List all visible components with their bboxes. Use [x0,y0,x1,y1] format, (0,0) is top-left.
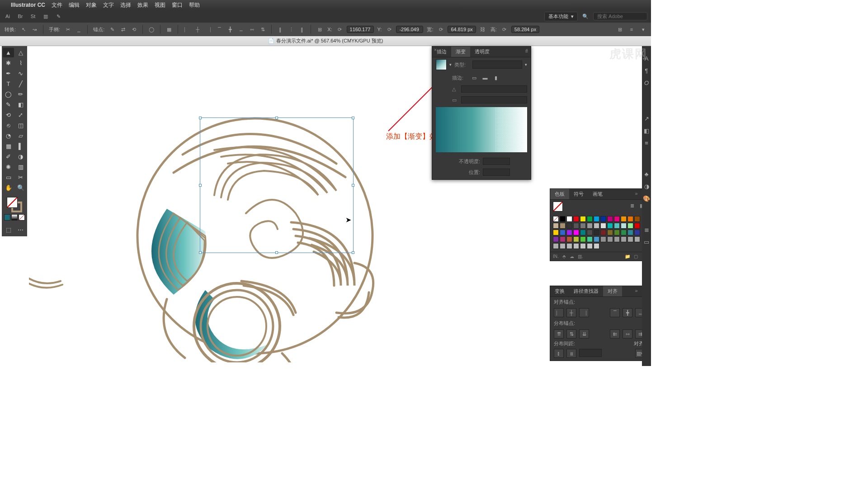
w-field[interactable]: 64.819 px [448,26,476,33]
swatch[interactable] [621,236,627,242]
dock-artboard-icon[interactable]: ▭ [644,239,649,245]
vdist2-icon[interactable]: ⋮ [287,25,295,33]
y-field[interactable]: -296.049 [396,26,423,33]
dock-library-icon[interactable]: ≡ [645,140,648,146]
tab-brushes[interactable]: 画笔 [588,189,607,199]
h-link-icon[interactable]: ⟳ [500,25,509,33]
y-link-icon[interactable]: ⟳ [385,25,393,33]
align-hcenter-icon[interactable]: ┼ [193,25,202,33]
menu-file[interactable]: 文件 [52,1,62,9]
hand-tool[interactable]: ✋ [3,183,14,192]
zoom-tool[interactable]: 🔍 [15,183,26,192]
tab-swatches[interactable]: 色板 [550,189,569,199]
list-view-icon[interactable]: ≣ [628,202,636,210]
convert-smooth-icon[interactable]: ↝ [30,25,38,33]
stroke-mode-2-icon[interactable]: ▬ [481,74,489,82]
align-vcenter-btn[interactable]: ╋ [623,308,632,317]
swatch[interactable] [560,223,566,229]
swatch[interactable] [566,223,572,229]
swatch[interactable] [566,230,572,235]
swatch[interactable] [560,236,566,242]
mesh-tool[interactable]: ▦ [3,141,14,151]
search-input[interactable] [593,12,647,20]
type-tool[interactable]: T [3,79,14,89]
align-right-btn[interactable]: ⎹ [579,308,589,317]
more-options-icon[interactable]: ≡ [627,25,636,33]
vdist1-icon[interactable]: ‖ [276,25,284,33]
search-icon[interactable]: 🔍 [581,12,590,20]
dist-v-icon[interactable]: ⇅ [259,25,267,33]
position-field[interactable] [483,169,510,176]
w-link-icon[interactable]: ⟳ [437,25,445,33]
aspect-field[interactable] [461,96,527,103]
tab-symbols[interactable]: 符号 [569,189,588,199]
artboard-tool[interactable]: ▭ [3,173,14,182]
dock-layers-icon[interactable]: ≣ [644,226,649,233]
swatch[interactable] [566,243,572,249]
align-hcenter-btn[interactable]: ┼ [566,308,576,317]
dist-h-space-btn[interactable]: ⫼ [566,349,576,358]
eyedropper-tool[interactable]: ✐ [3,152,14,161]
slice-tool[interactable]: ✂ [15,173,26,182]
line-tool[interactable]: ╱ [15,79,26,89]
lasso-tool[interactable]: ⌇ [15,58,26,68]
direct-selection-tool[interactable]: △ [15,48,26,57]
align-top-btn[interactable]: ⎺ [610,308,620,317]
swatch[interactable] [621,223,627,229]
swatch[interactable] [607,236,613,242]
selection-bbox[interactable] [200,117,354,253]
align-left-icon[interactable]: ⎸ [183,25,191,33]
swatch[interactable] [573,223,579,229]
swatch[interactable] [573,236,579,242]
swatch[interactable] [580,243,586,249]
convert-point-icon[interactable]: ↖ [19,25,28,33]
menu-view[interactable]: 视图 [155,1,165,9]
menu-select[interactable]: 选择 [120,1,131,9]
swatch-options-icon[interactable]: ☁ [570,254,574,259]
curvature-tool[interactable]: ∿ [15,69,26,78]
swatch[interactable] [607,230,613,235]
anchor-cut-icon[interactable]: ⟲ [130,25,138,33]
swatch[interactable] [594,230,599,235]
swatch[interactable] [594,216,599,222]
align-top-icon[interactable]: ⎺ [215,25,223,33]
swatch[interactable] [587,243,593,249]
swatch[interactable] [553,216,559,222]
dock-asset-icon[interactable]: ◧ [644,127,649,134]
isolate-icon[interactable]: ◯ [147,25,156,33]
swatch[interactable] [594,223,599,229]
menu-help[interactable]: 帮助 [189,1,200,9]
dock-color-icon[interactable]: ◑ [644,183,649,190]
dock-export-icon[interactable]: ↗ [644,115,649,122]
anchor-connect-icon[interactable]: ⇄ [119,25,127,33]
swatch[interactable] [553,243,559,249]
stroke-mode-3-icon[interactable]: ▮ [492,74,500,82]
none-mode-swatch[interactable] [19,214,25,221]
new-group-icon[interactable]: 📁 [625,254,630,259]
swatches-panel[interactable]: 色板 符号 画笔 » ≡ ≣ ▦ IN. ⬘ ☁ ▥. 📁 ▢ 🗑 [550,188,649,261]
dist-hcenter-btn[interactable]: ⇿ [623,329,632,338]
gradient-panel[interactable]: × « 描边 渐变 透明度 ≡ ▾ 类型: ▾ 描边: ▭ ▬ ▮ △ ▭ [432,46,531,180]
tab-pathfinder[interactable]: 路径查找器 [569,286,603,296]
align-panel[interactable]: 变换 路径查找器 对齐 » ≡ 对齐锚点: ⎸ ┼ ⎹ ⎺ ╋ ⎽ 分布锚点: … [550,286,649,361]
swatch[interactable] [573,216,579,222]
selection-tool[interactable]: ▲ [3,48,14,57]
menu-object[interactable]: 对象 [86,1,97,9]
align-bottom-icon[interactable]: ⎽ [237,25,245,33]
swatch[interactable] [614,230,620,235]
x-link-icon[interactable]: ⟳ [336,25,344,33]
align-pixel-icon[interactable]: ▦ [165,25,173,33]
swatch[interactable] [600,216,606,222]
swatch[interactable] [634,223,640,229]
swatch[interactable] [587,216,593,222]
rotate-tool[interactable]: ⟲ [3,110,14,120]
dist-left-btn[interactable]: ⇇ [610,329,620,338]
gradient-thumb[interactable] [436,59,447,70]
x-field[interactable]: 1160.177 [347,26,374,33]
gradient-mode-swatch[interactable] [11,214,18,221]
swatch[interactable] [614,236,620,242]
menu-window[interactable]: 窗口 [172,1,183,9]
swatch[interactable] [594,243,599,249]
align-right-icon[interactable]: ⎹ [204,25,212,33]
new-swatch-icon[interactable]: ▢ [634,254,638,259]
